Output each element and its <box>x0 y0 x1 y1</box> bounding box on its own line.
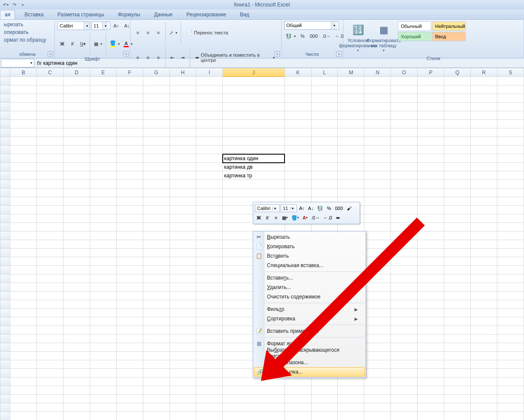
menu-item[interactable]: 📄Копировать <box>253 242 366 251</box>
cell[interactable] <box>143 283 170 292</box>
cell[interactable] <box>444 128 471 137</box>
cell[interactable] <box>63 266 90 274</box>
cell[interactable] <box>338 146 364 154</box>
cell[interactable] <box>391 412 418 420</box>
cell[interactable] <box>311 137 338 146</box>
cell[interactable] <box>116 206 143 214</box>
cell[interactable] <box>497 343 524 352</box>
format-painter-button[interactable]: ормат по образцу <box>3 37 47 43</box>
cell[interactable] <box>497 214 524 223</box>
cell[interactable] <box>444 360 471 369</box>
row-header[interactable] <box>0 214 10 223</box>
cell[interactable] <box>170 111 196 120</box>
cell[interactable] <box>10 274 37 283</box>
cell[interactable] <box>223 403 285 412</box>
cell[interactable] <box>223 111 285 120</box>
cell[interactable] <box>196 317 223 326</box>
cell[interactable] <box>471 266 497 274</box>
cell[interactable] <box>10 257 37 266</box>
font-size-combo[interactable]: ▾ <box>91 21 110 30</box>
row-header[interactable] <box>0 292 10 300</box>
column-header[interactable]: H <box>170 68 196 77</box>
cell[interactable] <box>37 231 64 240</box>
cell[interactable] <box>311 395 338 403</box>
cell[interactable] <box>170 360 196 369</box>
cell[interactable] <box>285 146 311 154</box>
cell[interactable] <box>444 197 471 206</box>
cell[interactable] <box>418 257 444 266</box>
cell[interactable]: картинка тр <box>223 171 285 180</box>
cell[interactable] <box>37 369 64 377</box>
cell[interactable] <box>418 180 444 189</box>
underline-icon[interactable]: Ч▾ <box>78 39 88 49</box>
cell[interactable] <box>497 231 524 240</box>
cell[interactable] <box>37 120 64 128</box>
cell[interactable] <box>471 146 497 154</box>
cell[interactable] <box>170 309 196 317</box>
cell[interactable] <box>10 292 37 300</box>
cell[interactable] <box>143 137 170 146</box>
cell[interactable] <box>285 137 311 146</box>
cell[interactable] <box>311 403 338 412</box>
cell[interactable] <box>143 300 170 309</box>
cell[interactable] <box>10 171 37 180</box>
cell[interactable] <box>63 128 90 137</box>
comma-icon[interactable]: 000 <box>334 204 344 212</box>
cell[interactable] <box>418 335 444 343</box>
number-format-combo[interactable]: ▾ <box>284 21 339 30</box>
cell[interactable] <box>285 163 311 171</box>
tab-home[interactable]: ая <box>0 10 15 19</box>
cell[interactable] <box>143 249 170 257</box>
cell[interactable] <box>37 386 64 395</box>
cell[interactable] <box>338 163 364 171</box>
cell[interactable] <box>143 146 170 154</box>
cell[interactable] <box>285 403 311 412</box>
row-header[interactable] <box>0 120 10 128</box>
cell[interactable] <box>418 274 444 283</box>
cell[interactable] <box>143 180 170 189</box>
cell[interactable] <box>143 163 170 171</box>
cell[interactable] <box>285 85 311 94</box>
cell[interactable] <box>116 111 143 120</box>
cell[interactable] <box>37 154 64 163</box>
cell[interactable] <box>471 412 497 420</box>
cell[interactable] <box>471 369 497 377</box>
cell[interactable] <box>497 103 524 111</box>
cell[interactable] <box>285 180 311 189</box>
cell[interactable] <box>10 300 37 309</box>
cell[interactable] <box>116 266 143 274</box>
tab-formulas[interactable]: Формулы <box>114 10 145 19</box>
cell[interactable] <box>418 223 444 231</box>
cell[interactable] <box>364 266 391 274</box>
cell[interactable] <box>10 206 37 214</box>
cell[interactable] <box>497 317 524 326</box>
cell[interactable] <box>364 214 391 223</box>
menu-item[interactable]: Специальная вставка... <box>253 261 366 270</box>
cell[interactable] <box>196 120 223 128</box>
cell[interactable] <box>116 352 143 360</box>
cell[interactable] <box>116 154 143 163</box>
cell[interactable] <box>63 292 90 300</box>
column-header[interactable]: F <box>116 68 143 77</box>
cell[interactable] <box>143 274 170 283</box>
cell[interactable] <box>285 111 311 120</box>
cell[interactable] <box>444 386 471 395</box>
cell[interactable] <box>10 343 37 352</box>
cell[interactable] <box>37 395 64 403</box>
cell[interactable] <box>471 395 497 403</box>
cell[interactable] <box>10 266 37 274</box>
cell[interactable] <box>143 231 170 240</box>
cell[interactable] <box>391 292 418 300</box>
dialog-launcher-icon[interactable]: ↘ <box>274 51 280 57</box>
cell[interactable] <box>10 395 37 403</box>
cell[interactable] <box>170 369 196 377</box>
cell[interactable] <box>285 154 311 163</box>
cell[interactable] <box>143 360 170 369</box>
cell[interactable] <box>63 360 90 369</box>
cell[interactable] <box>63 94 90 103</box>
percent-icon[interactable]: % <box>298 31 307 41</box>
cell[interactable] <box>311 377 338 386</box>
cell[interactable] <box>364 146 391 154</box>
cell[interactable] <box>37 403 64 412</box>
cell[interactable] <box>364 180 391 189</box>
